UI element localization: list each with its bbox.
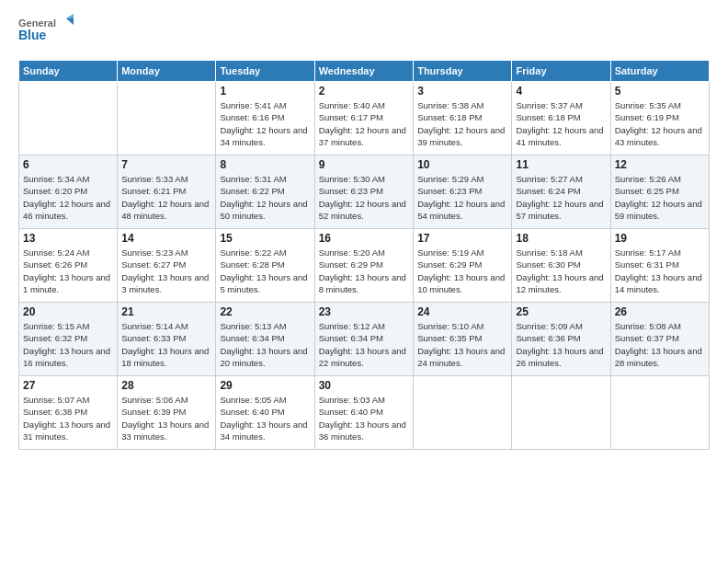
header: General Blue	[18, 14, 710, 51]
day-number: 16	[319, 232, 409, 245]
weekday-header-tuesday: Tuesday	[216, 61, 314, 82]
day-number: 20	[23, 305, 113, 318]
day-number: 7	[121, 158, 211, 171]
day-number: 26	[615, 305, 705, 318]
day-number: 22	[220, 305, 310, 318]
calendar-cell: 5Sunrise: 5:35 AM Sunset: 6:19 PM Daylig…	[610, 82, 709, 155]
day-number: 5	[615, 85, 705, 98]
calendar-cell	[414, 376, 512, 450]
day-number: 2	[319, 85, 409, 98]
day-info: Sunrise: 5:27 AM Sunset: 6:24 PM Dayligh…	[516, 173, 606, 222]
calendar-cell: 12Sunrise: 5:26 AM Sunset: 6:25 PM Dayli…	[610, 155, 709, 229]
calendar-cell: 22Sunrise: 5:13 AM Sunset: 6:34 PM Dayli…	[216, 303, 314, 376]
calendar-cell: 11Sunrise: 5:27 AM Sunset: 6:24 PM Dayli…	[512, 155, 610, 229]
day-number: 6	[23, 158, 113, 171]
day-number: 24	[417, 305, 507, 318]
day-number: 23	[319, 305, 409, 318]
calendar-cell: 29Sunrise: 5:05 AM Sunset: 6:40 PM Dayli…	[216, 376, 314, 450]
day-number: 4	[516, 85, 606, 98]
day-number: 27	[23, 379, 113, 392]
calendar-cell	[118, 82, 216, 155]
calendar-week-1: 1Sunrise: 5:41 AM Sunset: 6:16 PM Daylig…	[19, 82, 710, 155]
day-info: Sunrise: 5:08 AM Sunset: 6:37 PM Dayligh…	[615, 320, 705, 369]
day-info: Sunrise: 5:07 AM Sunset: 6:38 PM Dayligh…	[23, 394, 113, 442]
day-info: Sunrise: 5:37 AM Sunset: 6:18 PM Dayligh…	[516, 99, 606, 148]
weekday-header-thursday: Thursday	[414, 61, 512, 82]
calendar-cell: 20Sunrise: 5:15 AM Sunset: 6:32 PM Dayli…	[19, 303, 118, 376]
calendar-cell: 15Sunrise: 5:22 AM Sunset: 6:28 PM Dayli…	[216, 229, 314, 303]
day-info: Sunrise: 5:38 AM Sunset: 6:18 PM Dayligh…	[417, 99, 507, 148]
day-info: Sunrise: 5:29 AM Sunset: 6:23 PM Dayligh…	[417, 173, 507, 222]
day-number: 1	[220, 85, 310, 98]
day-info: Sunrise: 5:05 AM Sunset: 6:40 PM Dayligh…	[220, 394, 310, 442]
day-info: Sunrise: 5:33 AM Sunset: 6:21 PM Dayligh…	[121, 173, 211, 222]
calendar-cell	[512, 376, 610, 450]
day-info: Sunrise: 5:35 AM Sunset: 6:19 PM Dayligh…	[615, 99, 705, 148]
day-number: 25	[516, 305, 606, 318]
day-info: Sunrise: 5:22 AM Sunset: 6:28 PM Dayligh…	[220, 247, 310, 295]
calendar-week-3: 13Sunrise: 5:24 AM Sunset: 6:26 PM Dayli…	[19, 229, 710, 303]
calendar-cell: 17Sunrise: 5:19 AM Sunset: 6:29 PM Dayli…	[414, 229, 512, 303]
weekday-header-monday: Monday	[118, 61, 216, 82]
weekday-header-friday: Friday	[512, 61, 610, 82]
calendar-week-5: 27Sunrise: 5:07 AM Sunset: 6:38 PM Dayli…	[19, 376, 710, 450]
day-info: Sunrise: 5:34 AM Sunset: 6:20 PM Dayligh…	[23, 173, 113, 222]
weekday-header-saturday: Saturday	[610, 61, 709, 82]
day-info: Sunrise: 5:31 AM Sunset: 6:22 PM Dayligh…	[220, 173, 310, 222]
calendar-cell: 26Sunrise: 5:08 AM Sunset: 6:37 PM Dayli…	[610, 303, 709, 376]
day-info: Sunrise: 5:40 AM Sunset: 6:17 PM Dayligh…	[319, 99, 409, 148]
day-info: Sunrise: 5:20 AM Sunset: 6:29 PM Dayligh…	[319, 247, 409, 295]
day-number: 21	[121, 305, 211, 318]
calendar-cell	[610, 376, 709, 450]
calendar-cell: 3Sunrise: 5:38 AM Sunset: 6:18 PM Daylig…	[414, 82, 512, 155]
day-info: Sunrise: 5:13 AM Sunset: 6:34 PM Dayligh…	[220, 320, 310, 369]
day-number: 29	[220, 379, 310, 392]
svg-marker-3	[66, 14, 74, 18]
day-number: 18	[516, 232, 606, 245]
day-number: 19	[615, 232, 705, 245]
calendar-header-row: SundayMondayTuesdayWednesdayThursdayFrid…	[19, 61, 710, 82]
day-info: Sunrise: 5:18 AM Sunset: 6:30 PM Dayligh…	[516, 247, 606, 295]
day-info: Sunrise: 5:24 AM Sunset: 6:26 PM Dayligh…	[23, 247, 113, 295]
calendar-cell: 30Sunrise: 5:03 AM Sunset: 6:40 PM Dayli…	[314, 376, 413, 450]
day-number: 17	[417, 232, 507, 245]
day-info: Sunrise: 5:26 AM Sunset: 6:25 PM Dayligh…	[615, 173, 705, 222]
day-info: Sunrise: 5:41 AM Sunset: 6:16 PM Dayligh…	[220, 99, 310, 148]
day-info: Sunrise: 5:10 AM Sunset: 6:35 PM Dayligh…	[417, 320, 507, 369]
day-info: Sunrise: 5:19 AM Sunset: 6:29 PM Dayligh…	[417, 247, 507, 295]
day-number: 15	[220, 232, 310, 245]
day-number: 11	[516, 158, 606, 171]
calendar-cell: 16Sunrise: 5:20 AM Sunset: 6:29 PM Dayli…	[314, 229, 413, 303]
weekday-header-sunday: Sunday	[19, 61, 118, 82]
calendar-cell: 8Sunrise: 5:31 AM Sunset: 6:22 PM Daylig…	[216, 155, 314, 229]
calendar-cell: 23Sunrise: 5:12 AM Sunset: 6:34 PM Dayli…	[314, 303, 413, 376]
calendar-cell: 19Sunrise: 5:17 AM Sunset: 6:31 PM Dayli…	[610, 229, 709, 303]
calendar-cell: 1Sunrise: 5:41 AM Sunset: 6:16 PM Daylig…	[216, 82, 314, 155]
day-number: 14	[121, 232, 211, 245]
calendar-cell	[19, 82, 118, 155]
day-number: 3	[417, 85, 507, 98]
calendar-cell: 2Sunrise: 5:40 AM Sunset: 6:17 PM Daylig…	[314, 82, 413, 155]
calendar-cell: 10Sunrise: 5:29 AM Sunset: 6:23 PM Dayli…	[414, 155, 512, 229]
day-number: 12	[615, 158, 705, 171]
calendar-cell: 25Sunrise: 5:09 AM Sunset: 6:36 PM Dayli…	[512, 303, 610, 376]
svg-text:Blue: Blue	[18, 28, 47, 42]
svg-marker-2	[66, 18, 74, 25]
day-info: Sunrise: 5:06 AM Sunset: 6:39 PM Dayligh…	[121, 394, 211, 442]
calendar-week-4: 20Sunrise: 5:15 AM Sunset: 6:32 PM Dayli…	[19, 303, 710, 376]
calendar-cell: 21Sunrise: 5:14 AM Sunset: 6:33 PM Dayli…	[118, 303, 216, 376]
calendar-cell: 18Sunrise: 5:18 AM Sunset: 6:30 PM Dayli…	[512, 229, 610, 303]
calendar-week-2: 6Sunrise: 5:34 AM Sunset: 6:20 PM Daylig…	[19, 155, 710, 229]
day-number: 28	[121, 379, 211, 392]
day-number: 13	[23, 232, 113, 245]
day-number: 10	[417, 158, 507, 171]
calendar-table: SundayMondayTuesdayWednesdayThursdayFrid…	[18, 60, 710, 450]
day-info: Sunrise: 5:03 AM Sunset: 6:40 PM Dayligh…	[319, 394, 409, 442]
calendar-cell: 9Sunrise: 5:30 AM Sunset: 6:23 PM Daylig…	[314, 155, 413, 229]
calendar-cell: 6Sunrise: 5:34 AM Sunset: 6:20 PM Daylig…	[19, 155, 118, 229]
calendar-cell: 7Sunrise: 5:33 AM Sunset: 6:21 PM Daylig…	[118, 155, 216, 229]
calendar-cell: 13Sunrise: 5:24 AM Sunset: 6:26 PM Dayli…	[19, 229, 118, 303]
day-info: Sunrise: 5:15 AM Sunset: 6:32 PM Dayligh…	[23, 320, 113, 369]
day-number: 9	[319, 158, 409, 171]
calendar-cell: 14Sunrise: 5:23 AM Sunset: 6:27 PM Dayli…	[118, 229, 216, 303]
